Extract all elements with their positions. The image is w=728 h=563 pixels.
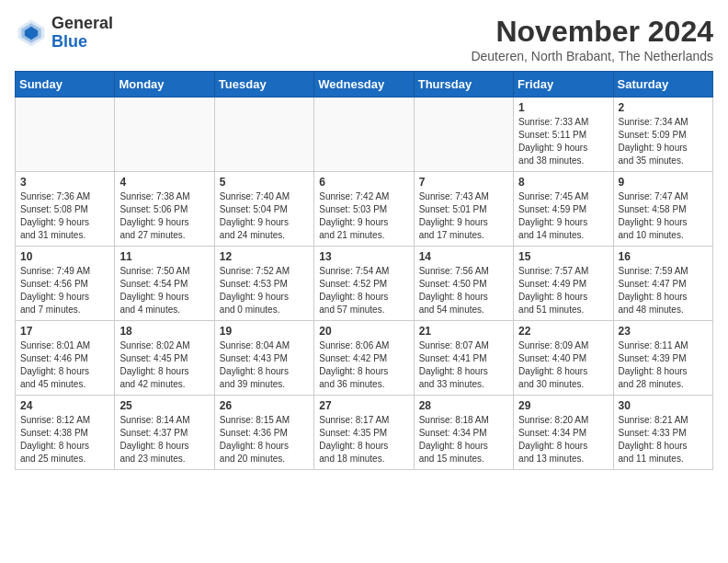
calendar-header-monday: Monday <box>115 72 214 98</box>
day-info: Sunrise: 7:59 AM Sunset: 4:47 PM Dayligh… <box>619 265 708 316</box>
day-info: Sunrise: 7:45 AM Sunset: 4:59 PM Dayligh… <box>518 190 608 242</box>
day-number: 1 <box>518 101 608 114</box>
day-info: Sunrise: 7:36 AM Sunset: 5:08 PM Dayligh… <box>20 190 109 242</box>
day-number: 9 <box>619 176 708 189</box>
day-number: 6 <box>319 176 408 189</box>
calendar-cell: 22Sunrise: 8:09 AM Sunset: 4:40 PM Dayli… <box>514 321 613 396</box>
calendar-cell: 5Sunrise: 7:40 AM Sunset: 5:04 PM Daylig… <box>214 172 313 247</box>
day-number: 27 <box>319 399 408 412</box>
calendar-week-2: 3Sunrise: 7:36 AM Sunset: 5:08 PM Daylig… <box>16 172 713 247</box>
calendar-cell <box>314 98 414 172</box>
calendar-cell: 8Sunrise: 7:45 AM Sunset: 4:59 PM Daylig… <box>514 172 613 247</box>
day-info: Sunrise: 7:52 AM Sunset: 4:53 PM Dayligh… <box>220 265 309 316</box>
calendar-cell: 11Sunrise: 7:50 AM Sunset: 4:54 PM Dayli… <box>115 247 214 321</box>
day-info: Sunrise: 8:06 AM Sunset: 4:42 PM Dayligh… <box>319 339 408 391</box>
calendar-cell: 27Sunrise: 8:17 AM Sunset: 4:35 PM Dayli… <box>314 396 414 470</box>
calendar-cell: 28Sunrise: 8:18 AM Sunset: 4:34 PM Dayli… <box>414 396 513 470</box>
calendar-table: SundayMondayTuesdayWednesdayThursdayFrid… <box>15 71 713 470</box>
calendar-cell: 17Sunrise: 8:01 AM Sunset: 4:46 PM Dayli… <box>16 321 115 396</box>
calendar-cell: 1Sunrise: 7:33 AM Sunset: 5:11 PM Daylig… <box>514 98 613 172</box>
day-number: 16 <box>619 250 708 263</box>
day-number: 15 <box>518 250 608 263</box>
calendar-cell: 25Sunrise: 8:14 AM Sunset: 4:37 PM Dayli… <box>115 396 214 470</box>
day-info: Sunrise: 7:50 AM Sunset: 4:54 PM Dayligh… <box>119 265 209 316</box>
day-info: Sunrise: 7:56 AM Sunset: 4:50 PM Dayligh… <box>419 265 508 316</box>
day-number: 10 <box>20 250 109 263</box>
calendar-header-thursday: Thursday <box>414 72 513 98</box>
calendar-header-row: SundayMondayTuesdayWednesdayThursdayFrid… <box>16 72 713 98</box>
calendar-cell: 24Sunrise: 8:12 AM Sunset: 4:38 PM Dayli… <box>16 396 115 470</box>
day-info: Sunrise: 8:12 AM Sunset: 4:38 PM Dayligh… <box>20 414 109 465</box>
day-info: Sunrise: 8:20 AM Sunset: 4:34 PM Dayligh… <box>518 414 608 465</box>
calendar-cell: 4Sunrise: 7:38 AM Sunset: 5:06 PM Daylig… <box>115 172 214 247</box>
day-info: Sunrise: 7:57 AM Sunset: 4:49 PM Dayligh… <box>518 265 608 316</box>
day-info: Sunrise: 7:54 AM Sunset: 4:52 PM Dayligh… <box>319 265 408 316</box>
calendar-cell: 29Sunrise: 8:20 AM Sunset: 4:34 PM Dayli… <box>514 396 613 470</box>
calendar-cell: 21Sunrise: 8:07 AM Sunset: 4:41 PM Dayli… <box>414 321 513 396</box>
calendar-cell: 6Sunrise: 7:42 AM Sunset: 5:03 PM Daylig… <box>314 172 414 247</box>
calendar-header-tuesday: Tuesday <box>214 72 313 98</box>
day-number: 13 <box>319 250 408 263</box>
calendar-week-1: 1Sunrise: 7:33 AM Sunset: 5:11 PM Daylig… <box>16 98 713 172</box>
calendar-cell <box>414 98 513 172</box>
calendar-cell <box>16 98 115 172</box>
day-info: Sunrise: 8:18 AM Sunset: 4:34 PM Dayligh… <box>419 414 508 465</box>
day-number: 5 <box>220 176 309 189</box>
calendar-header-sunday: Sunday <box>16 72 115 98</box>
calendar-cell: 23Sunrise: 8:11 AM Sunset: 4:39 PM Dayli… <box>613 321 712 396</box>
calendar-header-saturday: Saturday <box>613 72 712 98</box>
day-info: Sunrise: 8:02 AM Sunset: 4:45 PM Dayligh… <box>119 339 209 391</box>
calendar-cell: 16Sunrise: 7:59 AM Sunset: 4:47 PM Dayli… <box>613 247 712 321</box>
day-number: 11 <box>119 250 209 263</box>
calendar-header-wednesday: Wednesday <box>314 72 414 98</box>
day-info: Sunrise: 7:43 AM Sunset: 5:01 PM Dayligh… <box>419 190 508 242</box>
day-info: Sunrise: 8:11 AM Sunset: 4:39 PM Dayligh… <box>619 339 708 391</box>
day-info: Sunrise: 7:49 AM Sunset: 4:56 PM Dayligh… <box>20 265 109 316</box>
day-info: Sunrise: 8:07 AM Sunset: 4:41 PM Dayligh… <box>419 339 508 391</box>
calendar-cell: 13Sunrise: 7:54 AM Sunset: 4:52 PM Dayli… <box>314 247 414 321</box>
calendar-cell: 14Sunrise: 7:56 AM Sunset: 4:50 PM Dayli… <box>414 247 513 321</box>
calendar-cell: 30Sunrise: 8:21 AM Sunset: 4:33 PM Dayli… <box>613 396 712 470</box>
calendar-cell: 3Sunrise: 7:36 AM Sunset: 5:08 PM Daylig… <box>16 172 115 247</box>
calendar-cell: 7Sunrise: 7:43 AM Sunset: 5:01 PM Daylig… <box>414 172 513 247</box>
day-number: 7 <box>419 176 508 189</box>
day-number: 24 <box>20 399 109 412</box>
day-info: Sunrise: 8:01 AM Sunset: 4:46 PM Dayligh… <box>20 339 109 391</box>
day-number: 29 <box>518 399 608 412</box>
day-info: Sunrise: 7:40 AM Sunset: 5:04 PM Dayligh… <box>220 190 309 242</box>
day-number: 8 <box>518 176 608 189</box>
day-info: Sunrise: 7:38 AM Sunset: 5:06 PM Dayligh… <box>119 190 209 242</box>
day-number: 14 <box>419 250 508 263</box>
day-number: 3 <box>20 176 109 189</box>
location-subtitle: Deuteren, North Brabant, The Netherlands <box>471 49 713 63</box>
day-number: 26 <box>220 399 309 412</box>
logo-general: General <box>51 15 113 33</box>
calendar-cell: 26Sunrise: 8:15 AM Sunset: 4:36 PM Dayli… <box>214 396 313 470</box>
day-number: 19 <box>220 325 309 338</box>
day-info: Sunrise: 8:21 AM Sunset: 4:33 PM Dayligh… <box>619 414 708 465</box>
day-number: 21 <box>419 325 508 338</box>
day-number: 12 <box>220 250 309 263</box>
day-number: 20 <box>319 325 408 338</box>
logo: General Blue <box>15 15 113 52</box>
day-number: 4 <box>119 176 209 189</box>
day-number: 18 <box>119 325 209 338</box>
day-number: 2 <box>619 101 708 114</box>
calendar-cell <box>115 98 214 172</box>
day-info: Sunrise: 8:15 AM Sunset: 4:36 PM Dayligh… <box>220 414 309 465</box>
page-header: General Blue November 2024 Deuteren, Nor… <box>15 15 713 63</box>
logo-text: General Blue <box>51 15 113 52</box>
day-info: Sunrise: 7:33 AM Sunset: 5:11 PM Dayligh… <box>518 116 608 167</box>
calendar-cell <box>214 98 313 172</box>
calendar-week-3: 10Sunrise: 7:49 AM Sunset: 4:56 PM Dayli… <box>16 247 713 321</box>
calendar-week-5: 24Sunrise: 8:12 AM Sunset: 4:38 PM Dayli… <box>16 396 713 470</box>
calendar-cell: 2Sunrise: 7:34 AM Sunset: 5:09 PM Daylig… <box>613 98 712 172</box>
day-number: 25 <box>119 399 209 412</box>
calendar-header-friday: Friday <box>514 72 613 98</box>
day-info: Sunrise: 7:42 AM Sunset: 5:03 PM Dayligh… <box>319 190 408 242</box>
day-info: Sunrise: 8:09 AM Sunset: 4:40 PM Dayligh… <box>518 339 608 391</box>
logo-icon <box>15 17 48 50</box>
calendar-cell: 18Sunrise: 8:02 AM Sunset: 4:45 PM Dayli… <box>115 321 214 396</box>
day-info: Sunrise: 7:47 AM Sunset: 4:58 PM Dayligh… <box>619 190 708 242</box>
day-number: 28 <box>419 399 508 412</box>
